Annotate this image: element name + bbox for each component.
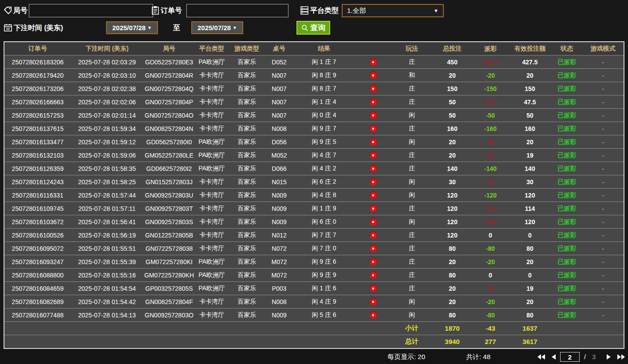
first-page-button[interactable] bbox=[536, 352, 546, 361]
game-no-input[interactable] bbox=[29, 4, 153, 17]
play-video-button[interactable] bbox=[370, 138, 377, 146]
next-page-button[interactable] bbox=[604, 352, 613, 361]
payout-cell: -20 bbox=[472, 298, 509, 305]
result-cell: 闲 1 庄 9 bbox=[293, 205, 355, 213]
game-type-cell: 百家乐 bbox=[228, 71, 265, 79]
play-video-button[interactable] bbox=[370, 165, 377, 172]
play-video-button[interactable] bbox=[370, 71, 377, 79]
bet-time-cell: 2025-07-28 01:58:25 bbox=[71, 178, 143, 186]
valid-bet-cell: 50 bbox=[509, 112, 551, 119]
replay-cell bbox=[355, 98, 391, 106]
platform-type-label: 平台类型 bbox=[310, 4, 339, 17]
play-icon bbox=[371, 154, 375, 157]
table-row: 250728016103672 2025-07-28 01:56:41 GN00… bbox=[4, 215, 624, 228]
date-to-picker[interactable]: 2025/07/28 ▼ bbox=[191, 21, 243, 34]
calendar-icon bbox=[4, 23, 12, 32]
play-video-button[interactable] bbox=[370, 311, 377, 319]
col-header-table: 桌号 bbox=[265, 45, 293, 53]
payout-cell: -160 bbox=[472, 125, 509, 132]
order-no-cell: 250728026166663 bbox=[4, 99, 71, 106]
play-video-button[interactable] bbox=[370, 85, 377, 92]
play-video-button[interactable] bbox=[370, 245, 377, 252]
table-no-cell: N007 bbox=[265, 99, 293, 106]
order-no-cell: 250728016093247 bbox=[4, 258, 71, 265]
date-from-picker[interactable]: 2025/07/28 ▼ bbox=[106, 21, 158, 34]
play-type-cell: 闲 bbox=[391, 311, 432, 319]
result-cell: 闲 9 庄 6 bbox=[293, 258, 355, 266]
chevron-down-icon: ▼ bbox=[147, 25, 152, 30]
subtotal-row: 小计 1870 -43 1637 bbox=[4, 321, 624, 335]
prev-page-button[interactable] bbox=[549, 352, 558, 361]
game-type-cell: 百家乐 bbox=[228, 111, 265, 119]
game-mode-cell: - bbox=[582, 205, 624, 212]
page-separator: / bbox=[584, 350, 586, 364]
order-no-cell: 250728026173206 bbox=[4, 85, 71, 92]
valid-bet-cell: 19 bbox=[509, 285, 551, 292]
play-video-button[interactable] bbox=[370, 98, 377, 106]
valid-bet-cell: 20 bbox=[509, 258, 551, 265]
last-page-button[interactable] bbox=[616, 352, 626, 361]
order-no-cell: 250728016109745 bbox=[4, 205, 71, 212]
order-no-input[interactable] bbox=[186, 4, 288, 17]
play-video-button[interactable] bbox=[370, 205, 377, 212]
play-video-button[interactable] bbox=[370, 298, 377, 305]
order-no-cell: 250728026179420 bbox=[4, 72, 71, 79]
play-video-button[interactable] bbox=[370, 111, 377, 119]
play-type-cell: 庄 bbox=[391, 205, 432, 213]
date-to-value: 2025/07/28 bbox=[197, 24, 231, 32]
bet-time-cell: 2025-07-28 01:56:19 bbox=[71, 232, 143, 239]
total-bet-cell: 20 bbox=[432, 258, 472, 265]
total-bet-cell: 120 bbox=[432, 205, 472, 212]
play-video-button[interactable] bbox=[370, 178, 377, 186]
filter-bar: 局号 订单号 平台类型 1.全部 ▼ bbox=[0, 0, 628, 41]
valid-bet-cell: 0 bbox=[509, 272, 551, 279]
game-no-cell: GN0122572805B bbox=[143, 232, 195, 239]
platform-cell: 卡卡湾厅 bbox=[195, 205, 228, 213]
game-type-cell: 百家乐 bbox=[228, 125, 265, 133]
payout-cell: 20 bbox=[472, 138, 509, 146]
play-video-button[interactable] bbox=[370, 285, 377, 292]
result-cell: 闲 4 庄 2 bbox=[293, 165, 355, 173]
play-video-button[interactable] bbox=[370, 191, 377, 199]
platform-type-select[interactable]: 1.全部 ▼ bbox=[342, 4, 444, 17]
payout-cell: 120 bbox=[472, 218, 509, 226]
total-bet-cell: 20 bbox=[432, 72, 472, 79]
platform-stack-icon bbox=[300, 6, 309, 15]
play-video-button[interactable] bbox=[370, 151, 377, 159]
total-bet-cell: 160 bbox=[432, 125, 472, 132]
replay-cell bbox=[355, 311, 391, 319]
play-type-cell: 闲 bbox=[391, 191, 432, 199]
order-no-cell: 250728016116331 bbox=[4, 192, 71, 199]
table-row: 250728016109745 2025-07-28 01:57:11 GN00… bbox=[4, 202, 624, 215]
game-type-cell: 百家乐 bbox=[228, 85, 265, 93]
platform-cell: PA欧洲厅 bbox=[195, 138, 228, 146]
game-type-cell: 百家乐 bbox=[228, 165, 265, 173]
play-video-button[interactable] bbox=[370, 231, 377, 239]
page-number-input[interactable] bbox=[560, 352, 580, 362]
table-no-cell: N015 bbox=[265, 178, 293, 186]
platform-cell: PA欧洲厅 bbox=[195, 285, 228, 293]
play-video-button[interactable] bbox=[370, 271, 377, 279]
play-video-button[interactable] bbox=[370, 258, 377, 265]
play-video-button[interactable] bbox=[370, 125, 377, 132]
status-badge: 已派彩 bbox=[551, 71, 582, 79]
play-type-cell: 和 bbox=[391, 71, 432, 79]
table-row: 250728016095072 2025-07-28 01:55:51 GN07… bbox=[4, 241, 624, 255]
valid-bet-cell: 120 bbox=[509, 218, 551, 226]
total-label: 总计 bbox=[391, 337, 432, 346]
table-row: 250728026157253 2025-07-28 02:01:14 GN00… bbox=[4, 108, 624, 122]
game-type-cell: 百家乐 bbox=[228, 285, 265, 293]
result-cell: 闲 1 庄 6 bbox=[293, 285, 355, 293]
order-no-cell: 250728016124243 bbox=[4, 178, 71, 186]
query-button[interactable]: 查询 bbox=[296, 21, 330, 35]
total-bet-cell: 120 bbox=[432, 192, 472, 199]
order-no-cell: 250728026157253 bbox=[4, 112, 71, 119]
payout-cell: -20 bbox=[472, 258, 509, 265]
play-video-button[interactable] bbox=[370, 58, 377, 66]
replay-cell bbox=[355, 218, 391, 226]
to-label: 至 bbox=[173, 21, 180, 35]
bet-time-cell: 2025-07-28 01:59:12 bbox=[71, 138, 143, 146]
game-mode-cell: - bbox=[582, 272, 624, 279]
play-type-cell: 庄 bbox=[391, 58, 432, 66]
play-video-button[interactable] bbox=[370, 218, 377, 226]
